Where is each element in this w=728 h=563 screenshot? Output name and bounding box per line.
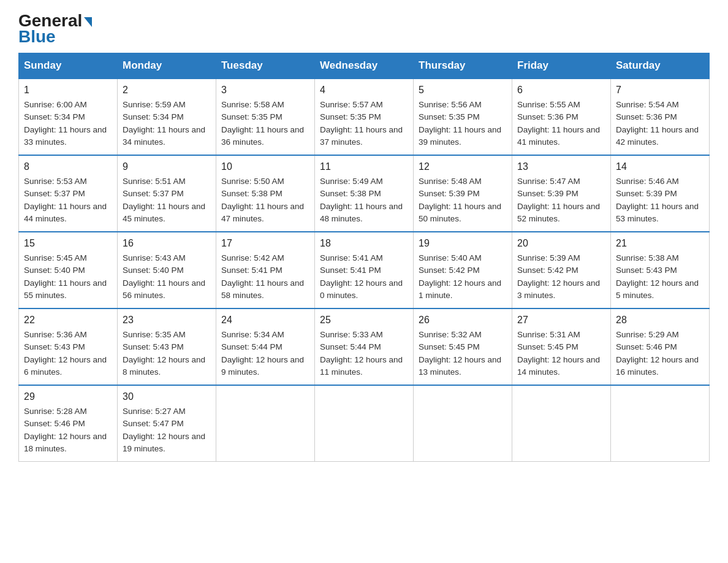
page-header: General Blue [18,12,710,47]
day-number: 21 [616,236,704,251]
day-info: Sunrise: 5:42 AMSunset: 5:41 PMDaylight:… [221,253,304,300]
day-info: Sunrise: 5:53 AMSunset: 5:37 PMDaylight:… [24,177,107,223]
day-info: Sunrise: 5:40 AMSunset: 5:42 PMDaylight:… [419,253,501,300]
day-cell-9: 9Sunrise: 5:51 AMSunset: 5:37 PMDaylight… [118,155,216,232]
empty-cell [414,385,512,462]
day-cell-5: 5Sunrise: 5:56 AMSunset: 5:35 PMDaylight… [414,79,512,155]
day-cell-7: 7Sunrise: 5:54 AMSunset: 5:36 PMDaylight… [611,79,710,155]
day-number: 4 [320,83,408,98]
empty-cell [611,385,710,462]
day-number: 13 [517,159,605,174]
day-cell-1: 1Sunrise: 6:00 AMSunset: 5:34 PMDaylight… [19,79,118,155]
day-cell-30: 30Sunrise: 5:27 AMSunset: 5:47 PMDayligh… [118,385,216,462]
header-monday: Monday [118,53,216,79]
header-tuesday: Tuesday [216,53,315,79]
day-info: Sunrise: 5:36 AMSunset: 5:43 PMDaylight:… [24,330,107,377]
day-number: 30 [123,389,211,404]
day-number: 9 [123,159,211,174]
day-cell-17: 17Sunrise: 5:42 AMSunset: 5:41 PMDayligh… [216,232,315,308]
day-info: Sunrise: 5:49 AMSunset: 5:38 PMDaylight:… [320,177,403,223]
day-info: Sunrise: 5:51 AMSunset: 5:37 PMDaylight:… [123,177,205,223]
day-number: 16 [123,236,211,251]
day-info: Sunrise: 5:50 AMSunset: 5:38 PMDaylight:… [221,177,304,223]
day-number: 29 [24,389,112,404]
day-cell-15: 15Sunrise: 5:45 AMSunset: 5:40 PMDayligh… [19,232,118,308]
day-cell-16: 16Sunrise: 5:43 AMSunset: 5:40 PMDayligh… [118,232,216,308]
day-cell-26: 26Sunrise: 5:32 AMSunset: 5:45 PMDayligh… [414,308,512,385]
day-cell-2: 2Sunrise: 5:59 AMSunset: 5:34 PMDaylight… [118,79,216,155]
day-number: 17 [221,236,309,251]
day-info: Sunrise: 5:55 AMSunset: 5:36 PMDaylight:… [517,100,600,147]
day-info: Sunrise: 5:54 AMSunset: 5:36 PMDaylight:… [616,100,699,147]
day-info: Sunrise: 5:48 AMSunset: 5:39 PMDaylight:… [419,177,501,223]
day-number: 19 [419,236,507,251]
day-cell-22: 22Sunrise: 5:36 AMSunset: 5:43 PMDayligh… [19,308,118,385]
day-cell-13: 13Sunrise: 5:47 AMSunset: 5:39 PMDayligh… [512,155,611,232]
day-info: Sunrise: 5:38 AMSunset: 5:43 PMDaylight:… [616,253,699,300]
day-info: Sunrise: 5:56 AMSunset: 5:35 PMDaylight:… [419,100,501,147]
day-number: 11 [320,159,408,174]
day-number: 1 [24,83,112,98]
day-cell-20: 20Sunrise: 5:39 AMSunset: 5:42 PMDayligh… [512,232,611,308]
header-thursday: Thursday [414,53,512,79]
day-number: 23 [123,313,211,327]
day-cell-24: 24Sunrise: 5:34 AMSunset: 5:44 PMDayligh… [216,308,315,385]
day-cell-21: 21Sunrise: 5:38 AMSunset: 5:43 PMDayligh… [611,232,710,308]
header-wednesday: Wednesday [315,53,414,79]
day-number: 8 [24,159,112,174]
logo: General Blue [18,12,92,47]
day-info: Sunrise: 5:31 AMSunset: 5:45 PMDaylight:… [517,330,600,377]
day-cell-10: 10Sunrise: 5:50 AMSunset: 5:38 PMDayligh… [216,155,315,232]
day-cell-14: 14Sunrise: 5:46 AMSunset: 5:39 PMDayligh… [611,155,710,232]
day-cell-29: 29Sunrise: 5:28 AMSunset: 5:46 PMDayligh… [19,385,118,462]
day-cell-27: 27Sunrise: 5:31 AMSunset: 5:45 PMDayligh… [512,308,611,385]
day-cell-19: 19Sunrise: 5:40 AMSunset: 5:42 PMDayligh… [414,232,512,308]
week-row-1: 1Sunrise: 6:00 AMSunset: 5:34 PMDaylight… [19,79,710,155]
day-info: Sunrise: 5:41 AMSunset: 5:41 PMDaylight:… [320,253,403,300]
day-info: Sunrise: 5:28 AMSunset: 5:46 PMDaylight:… [24,407,107,453]
week-row-4: 22Sunrise: 5:36 AMSunset: 5:43 PMDayligh… [19,308,710,385]
day-cell-4: 4Sunrise: 5:57 AMSunset: 5:35 PMDaylight… [315,79,414,155]
day-info: Sunrise: 5:45 AMSunset: 5:40 PMDaylight:… [24,253,107,300]
day-cell-6: 6Sunrise: 5:55 AMSunset: 5:36 PMDaylight… [512,79,611,155]
day-cell-28: 28Sunrise: 5:29 AMSunset: 5:46 PMDayligh… [611,308,710,385]
week-row-2: 8Sunrise: 5:53 AMSunset: 5:37 PMDaylight… [19,155,710,232]
day-number: 27 [517,313,605,327]
day-number: 18 [320,236,408,251]
day-number: 22 [24,313,112,327]
day-info: Sunrise: 5:27 AMSunset: 5:47 PMDaylight:… [123,407,205,453]
day-number: 14 [616,159,704,174]
day-info: Sunrise: 5:43 AMSunset: 5:40 PMDaylight:… [123,253,205,300]
header-sunday: Sunday [19,53,118,79]
calendar-table: SundayMondayTuesdayWednesdayThursdayFrid… [18,53,710,462]
day-cell-12: 12Sunrise: 5:48 AMSunset: 5:39 PMDayligh… [414,155,512,232]
day-cell-18: 18Sunrise: 5:41 AMSunset: 5:41 PMDayligh… [315,232,414,308]
day-number: 28 [616,313,704,327]
header-friday: Friday [512,53,611,79]
day-info: Sunrise: 5:39 AMSunset: 5:42 PMDaylight:… [517,253,600,300]
day-info: Sunrise: 5:58 AMSunset: 5:35 PMDaylight:… [221,100,304,147]
day-info: Sunrise: 5:59 AMSunset: 5:34 PMDaylight:… [123,100,205,147]
day-cell-11: 11Sunrise: 5:49 AMSunset: 5:38 PMDayligh… [315,155,414,232]
day-info: Sunrise: 5:35 AMSunset: 5:43 PMDaylight:… [123,330,205,377]
day-number: 6 [517,83,605,98]
day-number: 7 [616,83,704,98]
day-number: 15 [24,236,112,251]
day-cell-3: 3Sunrise: 5:58 AMSunset: 5:35 PMDaylight… [216,79,315,155]
day-info: Sunrise: 5:34 AMSunset: 5:44 PMDaylight:… [221,330,304,377]
day-number: 3 [221,83,309,98]
day-info: Sunrise: 5:29 AMSunset: 5:46 PMDaylight:… [616,330,699,377]
day-number: 12 [419,159,507,174]
day-info: Sunrise: 5:33 AMSunset: 5:44 PMDaylight:… [320,330,403,377]
day-number: 5 [419,83,507,98]
header-saturday: Saturday [611,53,710,79]
day-number: 2 [123,83,211,98]
day-cell-25: 25Sunrise: 5:33 AMSunset: 5:44 PMDayligh… [315,308,414,385]
logo-blue: Blue [18,27,56,47]
empty-cell [315,385,414,462]
day-cell-8: 8Sunrise: 5:53 AMSunset: 5:37 PMDaylight… [19,155,118,232]
day-cell-23: 23Sunrise: 5:35 AMSunset: 5:43 PMDayligh… [118,308,216,385]
empty-cell [216,385,315,462]
day-info: Sunrise: 5:47 AMSunset: 5:39 PMDaylight:… [517,177,600,223]
day-number: 25 [320,313,408,327]
